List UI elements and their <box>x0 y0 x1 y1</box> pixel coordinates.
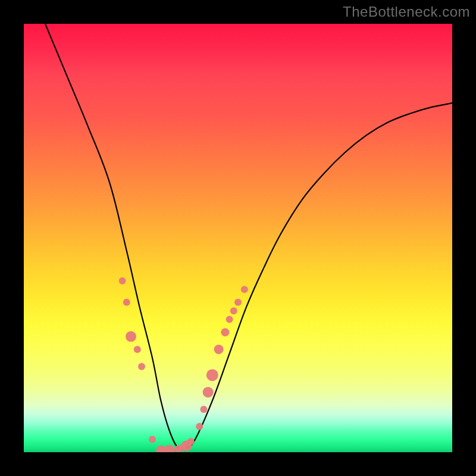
curve-layer <box>24 24 452 452</box>
plot-area <box>24 24 452 452</box>
watermark-text: TheBottleneck.com <box>343 4 470 20</box>
marker-dot <box>226 316 233 323</box>
marker-dot <box>196 423 203 430</box>
marker-dot <box>200 406 207 413</box>
marker-dot <box>134 346 141 353</box>
marker-dot <box>206 369 218 381</box>
marker-dot <box>221 328 229 336</box>
marker-dot <box>230 307 237 314</box>
marker-dot <box>123 299 130 306</box>
marker-dot <box>138 363 145 370</box>
marker-dot <box>149 436 156 443</box>
marker-dot <box>214 345 224 354</box>
chart-canvas: TheBottleneck.com <box>0 0 476 476</box>
bottleneck-curve <box>45 24 452 450</box>
marker-dot <box>164 444 175 452</box>
marker-dot <box>187 438 195 445</box>
marker-dot <box>241 286 248 293</box>
marker-dot <box>203 387 214 397</box>
marker-dot <box>119 277 126 284</box>
marker-dot <box>126 331 136 342</box>
marker-dot <box>234 299 242 306</box>
